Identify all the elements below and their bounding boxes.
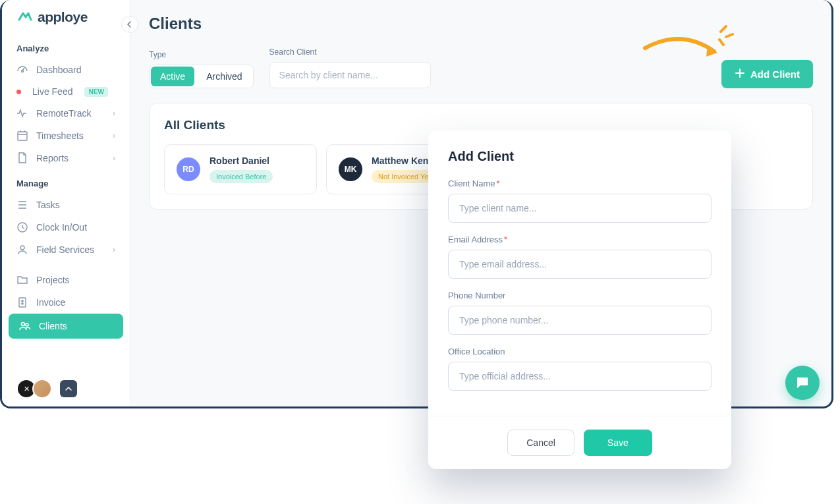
filter-search-label: Search Client bbox=[269, 47, 431, 57]
sidebar-item-projects[interactable]: Projects bbox=[2, 269, 130, 291]
modal-title: Add Client bbox=[448, 149, 712, 164]
svg-point-6 bbox=[26, 323, 28, 326]
sidebar-item-label: Clients bbox=[39, 321, 67, 331]
logo[interactable]: apploye bbox=[2, 0, 130, 34]
sidebar-item-tasks[interactable]: Tasks bbox=[2, 194, 130, 216]
label-office: Office Location bbox=[448, 347, 712, 356]
sidebar-item-fieldservices[interactable]: Field Services › bbox=[2, 238, 130, 261]
input-email[interactable] bbox=[448, 250, 712, 279]
input-client-name[interactable] bbox=[448, 194, 712, 223]
live-dot-icon bbox=[16, 90, 21, 94]
sidebar-item-label: Projects bbox=[36, 275, 70, 285]
add-client-label: Add Client bbox=[750, 69, 800, 80]
field-office: Office Location bbox=[448, 347, 712, 391]
sidebar-item-label: Field Services bbox=[36, 244, 94, 255]
label-email: Email Address* bbox=[448, 235, 712, 244]
client-avatar: RD bbox=[177, 157, 200, 181]
modal-footer: Cancel Save bbox=[428, 416, 731, 469]
client-status-badge: Not Invoiced Yet bbox=[372, 170, 437, 183]
activity-icon bbox=[16, 107, 28, 119]
sidebar-item-remotetrack[interactable]: RemoteTrack › bbox=[2, 102, 130, 125]
sidebar-footer: ✕ bbox=[16, 379, 77, 399]
sidebar-item-label: Clock In/Out bbox=[36, 222, 87, 233]
add-client-modal: Add Client Client Name* Email Address* P… bbox=[428, 130, 731, 469]
expand-up-button[interactable] bbox=[60, 380, 77, 397]
field-phone: Phone Number bbox=[448, 291, 712, 335]
client-info: Robert Daniel Invoiced Before bbox=[210, 155, 273, 183]
chevron-right-icon: › bbox=[113, 245, 115, 254]
chevron-right-icon: › bbox=[113, 154, 115, 163]
plus-icon bbox=[735, 68, 745, 80]
filter-type-group: Type Active Archived bbox=[149, 50, 254, 88]
chevron-right-icon: › bbox=[113, 131, 115, 140]
calendar-icon bbox=[16, 130, 28, 142]
client-avatar: MK bbox=[339, 157, 362, 181]
clock-icon bbox=[16, 221, 28, 233]
sidebar: apploye Analyze Dashboard Live Feed NEW … bbox=[2, 0, 130, 406]
gauge-icon bbox=[16, 64, 28, 76]
client-card[interactable]: RD Robert Daniel Invoiced Before bbox=[164, 144, 317, 194]
add-client-button[interactable]: Add Client bbox=[721, 60, 813, 88]
toggle-active[interactable]: Active bbox=[151, 67, 194, 86]
sidebar-item-clock[interactable]: Clock In/Out bbox=[2, 216, 130, 238]
sidebar-item-livefeed[interactable]: Live Feed NEW bbox=[2, 81, 130, 102]
sidebar-item-label: Tasks bbox=[36, 200, 60, 210]
sidebar-item-timesheets[interactable]: Timesheets › bbox=[2, 125, 130, 147]
new-badge: NEW bbox=[84, 87, 107, 97]
toggle-archived[interactable]: Archived bbox=[196, 65, 252, 88]
chat-fab[interactable] bbox=[785, 366, 820, 400]
label-client-name: Client Name* bbox=[448, 179, 712, 188]
sidebar-item-label: Reports bbox=[36, 153, 69, 163]
type-toggle: Active Archived bbox=[149, 65, 254, 88]
search-input[interactable] bbox=[269, 62, 431, 88]
label-phone: Phone Number bbox=[448, 291, 712, 300]
sidebar-item-reports[interactable]: Reports › bbox=[2, 147, 130, 169]
client-name: Robert Daniel bbox=[210, 155, 273, 166]
svg-point-3 bbox=[20, 246, 24, 250]
client-status-badge: Invoiced Before bbox=[210, 170, 273, 183]
avatar bbox=[32, 379, 52, 399]
sidebar-item-dashboard[interactable]: Dashboard bbox=[2, 59, 130, 81]
filter-type-label: Type bbox=[149, 50, 254, 59]
folder-icon bbox=[16, 274, 28, 286]
sidebar-item-label: Dashboard bbox=[36, 65, 82, 75]
sidebar-item-invoice[interactable]: Invoice bbox=[2, 291, 130, 314]
svg-rect-1 bbox=[18, 132, 27, 140]
attention-arrow bbox=[642, 25, 734, 71]
chevron-right-icon: › bbox=[113, 109, 115, 118]
field-email: Email Address* bbox=[448, 235, 712, 279]
sidebar-item-label: Timesheets bbox=[36, 130, 84, 141]
nav-section-manage: Manage bbox=[2, 169, 130, 194]
cancel-button[interactable]: Cancel bbox=[507, 430, 574, 456]
document-icon bbox=[16, 152, 28, 164]
save-button[interactable]: Save bbox=[584, 430, 652, 456]
filter-search-group: Search Client bbox=[269, 47, 431, 88]
list-icon bbox=[16, 199, 28, 211]
sidebar-item-label: RemoteTrack bbox=[36, 108, 92, 119]
logo-text: apploye bbox=[38, 9, 88, 25]
field-client-name: Client Name* bbox=[448, 179, 712, 223]
input-office[interactable] bbox=[448, 362, 712, 391]
person-icon bbox=[16, 244, 28, 256]
sidebar-item-label: Live Feed bbox=[32, 86, 72, 97]
invoice-icon bbox=[16, 296, 28, 308]
logo-icon bbox=[16, 9, 32, 25]
nav-section-analyze: Analyze bbox=[2, 34, 130, 59]
svg-point-5 bbox=[22, 323, 25, 326]
sidebar-item-label: Invoice bbox=[36, 297, 65, 308]
sidebar-item-clients[interactable]: Clients bbox=[9, 314, 123, 339]
avatar-stack[interactable]: ✕ bbox=[16, 379, 52, 399]
input-phone[interactable] bbox=[448, 306, 712, 335]
people-icon bbox=[19, 320, 31, 332]
